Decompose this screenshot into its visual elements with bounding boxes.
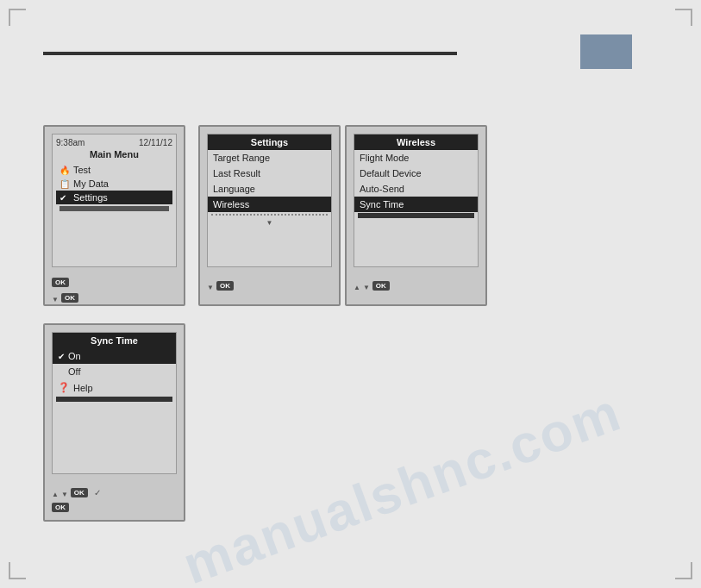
data-icon: 📋 xyxy=(59,179,70,189)
corner-mark-tl xyxy=(9,9,26,26)
checkmark-icon: ✔ xyxy=(59,193,70,203)
panel3-up-icon xyxy=(354,278,360,293)
panel1-footer: OK OK xyxy=(45,274,184,309)
panel-sync-time: Sync Time ✔ On ✔ Off ❓ Help OK OK xyxy=(43,323,185,522)
settings-down-icon xyxy=(266,217,273,227)
main-menu-time: 9:38am xyxy=(56,138,84,147)
sync-time-off-label: Off xyxy=(68,366,80,377)
panel4-footer: OK OK xyxy=(45,481,184,516)
panel3-btn-group: OK xyxy=(354,278,479,293)
screen-sync-time: Sync Time ✔ On ✔ Off ❓ Help xyxy=(52,332,177,474)
check-on-icon: ✔ xyxy=(58,352,65,361)
main-menu-title: Main Menu xyxy=(56,149,172,160)
sync-time-item-off[interactable]: ✔ Off xyxy=(53,364,176,379)
top-bar-accent xyxy=(580,34,632,69)
wireless-scrollbar xyxy=(358,213,474,218)
screen-settings: Settings Target Range Last Result Langua… xyxy=(207,134,332,267)
sync-time-item-on[interactable]: ✔ On xyxy=(53,348,176,364)
panel1-btn-group: OK xyxy=(52,278,177,287)
top-bar xyxy=(43,52,457,55)
panel4-check-indicator xyxy=(94,488,101,497)
panel4-down-icon xyxy=(61,485,68,500)
main-menu-header: 9:38am 12/11/12 xyxy=(56,138,172,147)
panel4-up-icon xyxy=(52,485,59,500)
menu-item-mydata-label: My Data xyxy=(73,178,109,189)
panel-settings: Settings Target Range Last Result Langua… xyxy=(198,125,341,306)
wireless-item-default-device[interactable]: Default Device xyxy=(354,166,478,181)
panel3-footer: OK xyxy=(347,274,485,297)
panel3-down-icon xyxy=(363,278,370,293)
flame-icon: 🔥 xyxy=(59,166,70,175)
main-menu-date: 12/11/12 xyxy=(139,138,172,147)
panel1-ok-btn2[interactable]: OK xyxy=(61,293,78,303)
help-icon: ❓ xyxy=(58,382,70,393)
settings-scroll-down xyxy=(208,216,331,228)
down-arrow-icon xyxy=(52,290,59,305)
panel-main-menu: 9:38am 12/11/12 Main Menu 🔥 Test 📋 My Da… xyxy=(43,125,185,306)
panel2-ok-btn[interactable]: OK xyxy=(216,281,234,291)
panel4-up-arrow[interactable] xyxy=(52,485,59,500)
sync-time-item-help[interactable]: ❓ Help xyxy=(53,379,176,396)
menu-item-test-label: Test xyxy=(73,165,91,175)
menu-item-settings-label: Settings xyxy=(73,192,108,203)
panel3-down-arrow[interactable] xyxy=(363,278,370,293)
sync-time-title: Sync Time xyxy=(53,333,176,348)
settings-title: Settings xyxy=(208,134,331,150)
panel-wireless: Wireless Flight Mode Default Device Auto… xyxy=(345,125,487,306)
panel4-down-arrow[interactable] xyxy=(61,485,68,500)
sync-time-help-label: Help xyxy=(73,383,93,393)
settings-item-language[interactable]: Language xyxy=(208,181,331,197)
sync-time-scrollbar xyxy=(56,397,172,402)
panel1-nav-group: OK xyxy=(52,290,177,305)
wireless-title: Wireless xyxy=(354,134,478,150)
panel2-down-icon xyxy=(207,278,214,293)
menu-item-test[interactable]: 🔥 Test xyxy=(56,163,172,177)
panel4-btn-group-top: OK xyxy=(52,485,177,500)
panel2-btn-group: OK xyxy=(207,278,332,293)
panel4-btn-group-bottom: OK xyxy=(52,503,177,512)
wireless-item-auto-send[interactable]: Auto-Send xyxy=(354,181,478,197)
panel1-down-arrow[interactable] xyxy=(52,290,59,305)
main-menu-scrollbar xyxy=(59,206,169,211)
wireless-item-sync-time[interactable]: Sync Time xyxy=(354,197,478,212)
corner-mark-bl xyxy=(9,562,26,579)
wireless-item-flight-mode[interactable]: Flight Mode xyxy=(354,150,478,166)
check-off-icon: ✔ xyxy=(58,367,65,377)
settings-item-target-range[interactable]: Target Range xyxy=(208,150,331,166)
menu-item-mydata[interactable]: 📋 My Data xyxy=(56,177,172,191)
screen-main-menu: 9:38am 12/11/12 Main Menu 🔥 Test 📋 My Da… xyxy=(52,134,177,267)
panel3-up-arrow[interactable] xyxy=(354,278,360,293)
corner-mark-tr xyxy=(675,9,692,26)
sync-time-on-label: On xyxy=(68,351,81,361)
panel1-ok-btn[interactable]: OK xyxy=(52,278,69,287)
corner-mark-br xyxy=(675,562,692,579)
settings-item-last-result[interactable]: Last Result xyxy=(208,166,331,181)
panel4-ok-btn-top[interactable]: OK xyxy=(71,488,88,497)
panel3-ok-btn[interactable]: OK xyxy=(372,281,390,291)
panel2-down-arrow[interactable] xyxy=(207,278,214,293)
panel4-ok-btn-bottom[interactable]: OK xyxy=(52,503,69,512)
screen-wireless: Wireless Flight Mode Default Device Auto… xyxy=(354,134,479,267)
panel2-footer: OK xyxy=(200,274,339,297)
menu-item-settings[interactable]: ✔ Settings xyxy=(56,191,172,204)
settings-item-wireless[interactable]: Wireless xyxy=(208,197,331,212)
